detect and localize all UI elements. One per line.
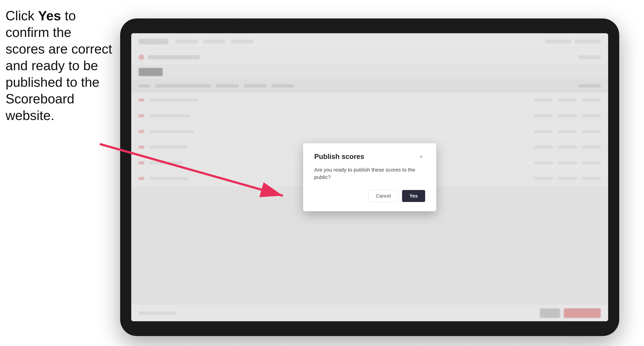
modal-title: Publish scores [314, 153, 364, 161]
publish-scores-modal: Publish scores × Are you ready to publis… [303, 143, 436, 211]
modal-close-button[interactable]: × [417, 153, 425, 161]
modal-body: Are you ready to publish these scores to… [314, 166, 425, 180]
modal-header: Publish scores × [314, 153, 425, 161]
cancel-button[interactable]: Cancel [368, 190, 398, 202]
yes-button[interactable]: Yes [402, 190, 425, 202]
modal-overlay: Publish scores × Are you ready to publis… [131, 33, 608, 321]
instruction-bold: Yes [38, 8, 61, 23]
tablet-device: Publish scores × Are you ready to publis… [120, 18, 619, 336]
modal-footer: Cancel Yes [314, 190, 425, 202]
instruction-text: Click Yes to confirm the scores are corr… [6, 7, 113, 124]
tablet-screen: Publish scores × Are you ready to publis… [131, 33, 608, 321]
